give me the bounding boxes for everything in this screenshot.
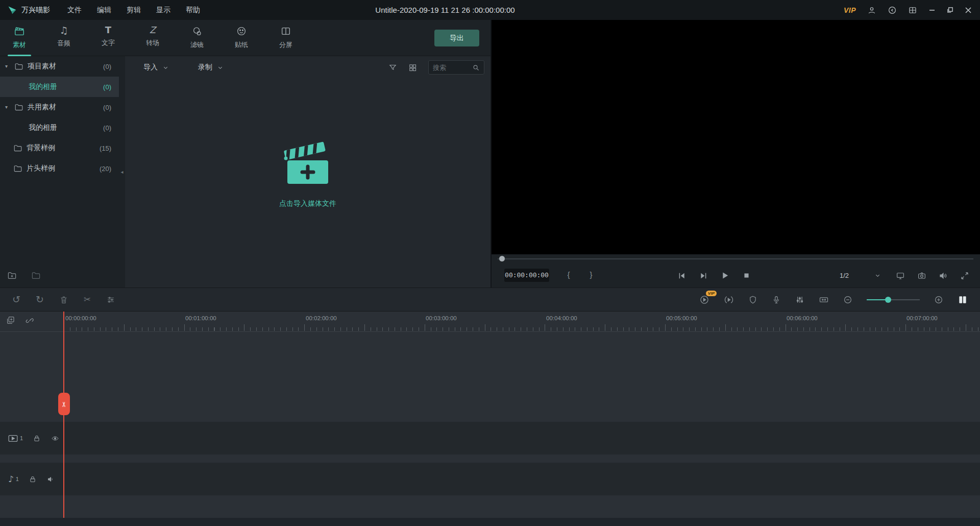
delete-collection-icon[interactable] — [31, 271, 41, 280]
timeline[interactable]: 00:00:00:00 00:01:00:00 00:02:00:00 00:0… — [0, 312, 980, 526]
playhead-handle[interactable]: ✂ — [58, 393, 70, 415]
delete-icon[interactable] — [59, 295, 68, 304]
ruler-label: 00:05:00:00 — [666, 315, 697, 321]
import-label: 导入 — [143, 63, 158, 72]
tab-transition[interactable]: Z 转场 — [137, 20, 168, 56]
caret-down-icon[interactable]: ▾ — [5, 105, 11, 110]
menu-view[interactable]: 显示 — [156, 6, 170, 15]
next-frame-button[interactable] — [697, 269, 710, 282]
maximize-button[interactable] — [947, 7, 953, 13]
menu-clip[interactable]: 剪辑 — [127, 6, 141, 15]
collapse-sidebar-icon[interactable]: ◂ — [120, 170, 123, 175]
sidebar-item-my-album-1[interactable]: 我的相册 (0) — [0, 77, 119, 97]
tab-media[interactable]: 素材 — [4, 20, 35, 56]
fit-timeline-icon[interactable] — [819, 295, 829, 305]
snapshot-icon[interactable] — [917, 271, 926, 280]
properties-icon[interactable] — [106, 295, 115, 304]
app-name: 万兴喵影 — [21, 6, 50, 15]
timeline-scrollbar-area[interactable] — [0, 518, 980, 526]
account-icon[interactable] — [867, 6, 876, 15]
grid-view-icon[interactable] — [408, 63, 417, 72]
sidebar-item-label: 我的相册 — [29, 82, 57, 91]
sidebar-item-intro-samples[interactable]: 片头样例 (20) — [0, 158, 119, 179]
preview-quality-select[interactable]: 1/2 — [837, 269, 884, 282]
window-title: Untitle-2020-09-19 11 21 26 :00:00:00:00 — [375, 6, 514, 14]
video-track-row[interactable]: 1 — [0, 422, 980, 455]
volume-icon[interactable] — [939, 271, 948, 280]
zoom-in-icon[interactable] — [934, 295, 943, 304]
mark-in-button[interactable]: { — [565, 270, 573, 279]
preview-right-icons — [896, 264, 969, 288]
fullscreen-icon[interactable] — [960, 271, 969, 280]
tab-text[interactable]: T 文字 — [93, 20, 124, 56]
menu-help[interactable]: 帮助 — [186, 6, 200, 15]
seek-handle[interactable] — [499, 256, 505, 261]
auto-render-icon[interactable] — [724, 295, 734, 305]
zoom-slider-thumb[interactable] — [885, 297, 891, 303]
audio-track-number: 1 — [16, 476, 19, 482]
folder-icon — [13, 164, 22, 173]
item-count: (0) — [103, 83, 111, 91]
link-clips-icon[interactable] — [26, 316, 35, 325]
stop-button[interactable] — [740, 269, 753, 282]
sidebar-item-project-media[interactable]: ▾ 项目素材 (0) — [0, 56, 119, 77]
play-button[interactable] — [718, 269, 731, 282]
audio-mixer-icon[interactable] — [795, 295, 804, 304]
filter-funnel-icon[interactable] — [388, 63, 397, 72]
lock-icon[interactable] — [29, 475, 36, 483]
close-button[interactable] — [965, 7, 972, 14]
layout-icon[interactable] — [908, 6, 917, 15]
library-tabbar: 素材 ♫ 音频 T 文字 Z 转场 滤镜 贴纸 — [0, 20, 491, 56]
titlebar: 万兴喵影 文件 编辑 剪辑 显示 帮助 Untitle-2020-09-19 1… — [0, 0, 980, 20]
menu-file[interactable]: 文件 — [67, 6, 82, 15]
sidebar-item-background-samples[interactable]: 背景样例 (15) — [0, 138, 119, 158]
item-count: (0) — [103, 124, 111, 132]
shield-icon[interactable] — [748, 295, 757, 304]
lock-icon[interactable] — [33, 435, 40, 442]
item-count: (20) — [100, 165, 111, 173]
sidebar-item-shared-media[interactable]: ▾ 共用素材 (0) — [0, 97, 119, 117]
timeline-ruler[interactable]: 00:00:00:00 00:01:00:00 00:02:00:00 00:0… — [0, 312, 980, 332]
render-preview-icon[interactable]: VIP — [699, 295, 709, 305]
tab-splitscreen[interactable]: 分屏 — [271, 20, 301, 56]
search-input[interactable] — [433, 64, 472, 71]
export-button[interactable]: 导出 — [434, 30, 479, 46]
new-collection-icon[interactable] — [7, 271, 17, 280]
minimize-button[interactable] — [928, 7, 936, 14]
search-icon[interactable] — [472, 64, 480, 71]
import-dropdown[interactable]: 导入 — [143, 63, 168, 72]
seek-track[interactable] — [498, 258, 973, 259]
tab-sticker-label: 贴纸 — [235, 40, 248, 50]
caret-down-icon[interactable]: ▾ — [5, 64, 11, 69]
mark-out-button[interactable]: } — [587, 270, 595, 279]
mute-track-icon[interactable] — [46, 475, 55, 483]
tab-sticker[interactable]: 贴纸 — [226, 20, 257, 56]
preview-controls: 00:00:00:00 { } 1/2 — [492, 264, 980, 288]
split-scissors-icon[interactable]: ✂ — [84, 295, 91, 304]
transport-controls — [675, 264, 753, 288]
eye-icon[interactable] — [51, 435, 60, 442]
record-voiceover-icon[interactable] — [772, 295, 781, 304]
menu-edit[interactable]: 编辑 — [97, 6, 111, 15]
import-media-dropzone[interactable]: 点击导入媒体文件 — [279, 137, 336, 208]
ruler-label: 00:02:00:00 — [306, 315, 337, 321]
manage-tracks-icon[interactable] — [6, 316, 15, 325]
undo-icon[interactable]: ↺ — [12, 295, 20, 304]
zoom-out-icon[interactable] — [843, 295, 852, 304]
audio-track-row[interactable]: ♪ 1 — [0, 463, 980, 495]
ruler-ticks-major — [64, 324, 980, 331]
feedback-icon[interactable] — [888, 6, 897, 15]
record-dropdown[interactable]: 录制 — [198, 63, 223, 72]
previous-frame-button[interactable] — [675, 269, 689, 282]
library-tabs: 素材 ♫ 音频 T 文字 Z 转场 滤镜 贴纸 — [0, 20, 491, 56]
display-device-icon[interactable] — [896, 271, 905, 280]
timeline-zoom-slider[interactable] — [867, 296, 920, 303]
item-count: (0) — [103, 104, 111, 111]
redo-icon[interactable]: ↻ — [36, 295, 44, 304]
tab-splitscreen-label: 分屏 — [279, 40, 292, 50]
sidebar-item-my-album-2[interactable]: 我的相册 (0) — [0, 117, 119, 138]
vip-button[interactable]: VIP — [844, 6, 856, 14]
panel-layout-toggle-icon[interactable] — [958, 295, 968, 305]
tab-filter[interactable]: 滤镜 — [182, 20, 212, 56]
tab-audio[interactable]: ♫ 音频 — [48, 20, 79, 56]
